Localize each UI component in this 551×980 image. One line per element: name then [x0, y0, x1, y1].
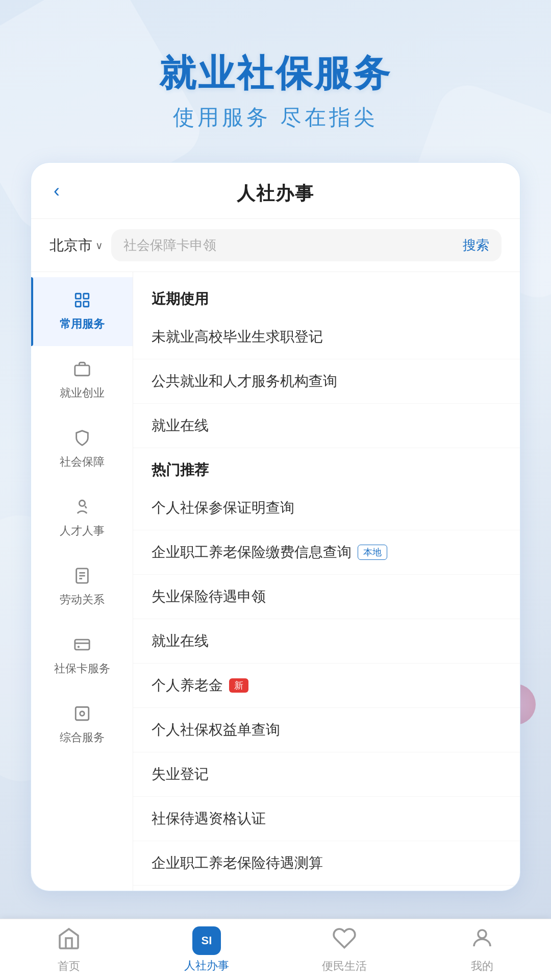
item-text: 个人养老金 新: [152, 676, 248, 695]
nav-label-rsaffairs: 人社办事: [184, 958, 229, 973]
nav-item-mine[interactable]: 我的: [413, 926, 551, 974]
nav-label-life: 便民生活: [322, 959, 367, 974]
section-header-hot: 热门推荐: [133, 448, 520, 486]
hero-subtitle: 使用服务 尽在指尖: [0, 103, 551, 132]
svg-rect-2: [76, 302, 81, 307]
list-item[interactable]: 企业职工养老保险待遇测算: [133, 841, 520, 886]
svg-rect-3: [83, 302, 88, 307]
item-text: 个人社保权益单查询: [152, 720, 280, 740]
sidebar-item-card-service[interactable]: 社保卡服务: [31, 622, 133, 691]
grid2-icon: [73, 705, 91, 726]
sidebar-label-talent: 人才人事: [60, 523, 105, 538]
svg-rect-1: [83, 294, 88, 299]
item-text: 企业职工养老保险待遇测算: [152, 853, 323, 873]
nav-label-home: 首页: [58, 959, 80, 974]
city-selector[interactable]: 北京市 ∨: [49, 236, 103, 255]
sidebar-item-general[interactable]: 综合服务: [31, 691, 133, 760]
search-row: 北京市 ∨ 社会保障卡申领 搜索: [31, 219, 520, 272]
sidebar-label-common: 常用服务: [60, 316, 105, 332]
list-item[interactable]: 失业保险待遇申领: [133, 575, 520, 619]
svg-rect-0: [76, 294, 81, 299]
svg-point-15: [80, 712, 84, 716]
city-label: 北京市: [49, 236, 92, 255]
sidebar-item-employment[interactable]: 就业创业: [31, 346, 133, 415]
sidebar-label-employment: 就业创业: [60, 385, 105, 401]
list-item[interactable]: 社保待遇资格认证: [133, 797, 520, 841]
nav-item-rsaffairs[interactable]: SI 人社办事: [138, 926, 276, 973]
page-title: 人社办事: [237, 181, 314, 206]
card-header: ‹ 人社办事: [31, 163, 520, 219]
shield-icon: [73, 429, 91, 450]
svg-point-5: [79, 501, 85, 506]
item-text: 个人社保参保证明查询: [152, 498, 294, 518]
app-card: ‹ 人社办事 北京市 ∨ 社会保障卡申领 搜索 常用服务: [31, 162, 520, 891]
item-text: 企业职工养老保险缴费信息查询 本地: [152, 543, 387, 562]
item-text: 社保待遇资格认证: [152, 809, 266, 828]
list-item[interactable]: 失业登记: [133, 752, 520, 797]
sidebar-label-social: 社会保障: [60, 454, 105, 470]
list-item[interactable]: 个人社保权益单查询: [133, 708, 520, 752]
sidebar-label-card: 社保卡服务: [54, 661, 110, 676]
svg-rect-11: [74, 640, 89, 650]
si-icon: SI: [192, 926, 221, 955]
search-box: 社会保障卡申领 搜索: [111, 229, 502, 261]
document-icon: [73, 567, 91, 588]
home-icon: [57, 926, 81, 955]
list-item[interactable]: 个人社保参保证明查询: [133, 486, 520, 530]
search-button[interactable]: 搜索: [463, 236, 489, 254]
heart-icon: [332, 926, 357, 955]
sidebar-item-social-security[interactable]: 社会保障: [31, 415, 133, 484]
badge-new: 新: [229, 678, 248, 693]
item-text: 失业保险待遇申领: [152, 587, 266, 606]
bottom-nav: 首页 SI 人社办事 便民生活 我的: [0, 919, 551, 980]
nav-label-mine: 我的: [471, 959, 493, 974]
hero-title: 就业社保服务: [0, 51, 551, 95]
list-item[interactable]: 未就业高校毕业生求职登记: [133, 315, 520, 359]
list-item[interactable]: 就业在线: [133, 619, 520, 664]
card-icon: [73, 636, 91, 657]
grid-icon: [73, 291, 91, 312]
item-text: 就业在线: [152, 416, 209, 435]
sidebar-item-common[interactable]: 常用服务: [31, 277, 133, 346]
svg-rect-14: [76, 707, 89, 721]
list-item[interactable]: 企业职工养老保险缴费信息查询 本地: [133, 530, 520, 575]
list-item[interactable]: 公共就业和人才服务机构查询: [133, 359, 520, 404]
item-text: 未就业高校毕业生求职登记: [152, 327, 323, 347]
person-talent-icon: [73, 498, 91, 519]
briefcase-icon: [73, 360, 91, 381]
list-item[interactable]: 就业在线: [133, 404, 520, 448]
svg-rect-4: [74, 365, 89, 376]
item-text: 公共就业和人才服务机构查询: [152, 372, 337, 391]
sidebar: 常用服务 就业创业 社会保障: [31, 272, 133, 891]
sidebar-item-talent[interactable]: 人才人事: [31, 484, 133, 553]
person-icon: [470, 926, 494, 955]
item-text: 就业在线: [152, 631, 209, 651]
list-item[interactable]: 个人养老金 新: [133, 664, 520, 708]
sidebar-label-labor: 劳动关系: [60, 592, 105, 607]
sidebar-item-labor[interactable]: 劳动关系: [31, 553, 133, 622]
nav-item-life[interactable]: 便民生活: [276, 926, 413, 974]
svg-point-13: [77, 646, 79, 648]
hero-section: 就业社保服务 使用服务 尽在指尖: [0, 0, 551, 152]
card-body: 常用服务 就业创业 社会保障: [31, 272, 520, 891]
sidebar-label-general: 综合服务: [60, 730, 105, 745]
search-placeholder: 社会保障卡申领: [123, 236, 457, 254]
svg-line-6: [85, 506, 86, 508]
item-text: 失业登记: [152, 765, 209, 784]
svg-point-16: [478, 930, 486, 938]
chevron-down-icon: ∨: [95, 239, 103, 252]
back-button[interactable]: ‹: [49, 176, 64, 206]
section-header-recent: 近期使用: [133, 277, 520, 315]
content-area: 近期使用 未就业高校毕业生求职登记 公共就业和人才服务机构查询 就业在线 热门推…: [133, 272, 520, 891]
badge-local: 本地: [358, 545, 387, 560]
nav-item-home[interactable]: 首页: [0, 926, 138, 974]
